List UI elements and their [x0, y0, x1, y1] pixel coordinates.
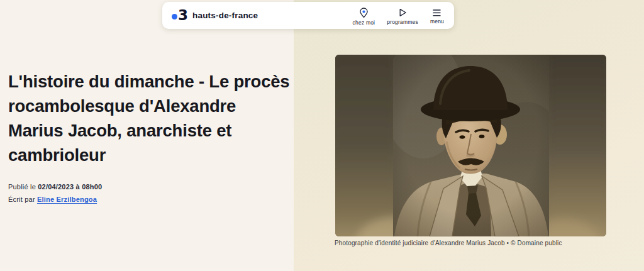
france-tv-blue-dot-icon	[172, 14, 177, 19]
mugshot-illustration	[335, 55, 606, 236]
hamburger-icon	[432, 9, 441, 17]
photo-caption: Photographie d'identité judiciaire d'Ale…	[335, 240, 624, 246]
site-header: 3 hauts-de-france chez moi programmes	[162, 2, 454, 29]
france3-logo[interactable]: 3 hauts-de-france	[172, 9, 258, 21]
location-pin-icon	[359, 8, 369, 18]
article-photo	[335, 55, 606, 236]
nav-item-menu[interactable]: menu	[430, 7, 444, 25]
article-title: L'histoire du dimanche - Le procès rocam…	[8, 69, 292, 167]
play-icon	[397, 8, 408, 18]
published-line: Publié le 02/04/2023 à 08h00	[8, 183, 102, 191]
author-prefix: Écrit par	[8, 196, 37, 203]
published-prefix: Publié le	[8, 183, 38, 191]
nav-label: menu	[430, 18, 444, 25]
nav-label: chez moi	[353, 19, 375, 26]
region-name: hauts-de-france	[192, 11, 258, 20]
author-link[interactable]: Eline Erzilbengoa	[37, 196, 97, 203]
author-line: Écrit par Eline Erzilbengoa	[8, 196, 102, 203]
nav-item-programmes[interactable]: programmes	[387, 6, 418, 25]
nav-label: programmes	[387, 19, 418, 25]
published-datetime: 02/04/2023 à 08h00	[38, 183, 102, 191]
header-nav: chez moi programmes menu	[353, 6, 444, 26]
channel-number: 3	[178, 9, 188, 21]
article-meta: Publié le 02/04/2023 à 08h00 Écrit par E…	[8, 183, 102, 208]
nav-item-chez-moi[interactable]: chez moi	[353, 6, 375, 26]
